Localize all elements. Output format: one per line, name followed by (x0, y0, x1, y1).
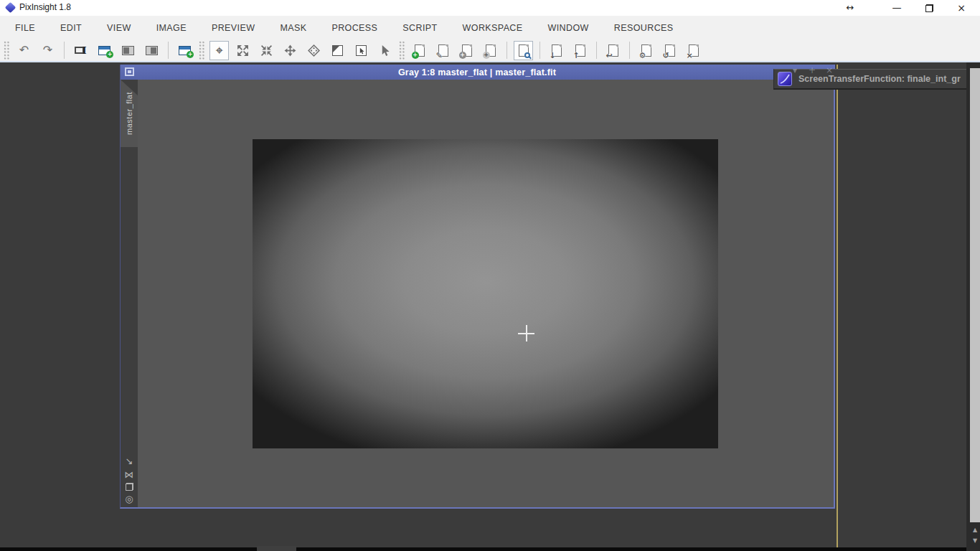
fit-window-icon[interactable]: ⋈ (125, 469, 134, 480)
restore-button[interactable] (917, 0, 941, 16)
image-canvas[interactable] (138, 80, 834, 507)
process-explorer-icon (519, 44, 529, 57)
restore-process-button[interactable]: ↩ (603, 41, 623, 60)
toolbar-drag-handle[interactable] (4, 41, 10, 60)
save-process-button[interactable]: ↓ (547, 41, 566, 60)
menu-edit[interactable]: EDIT (60, 23, 82, 33)
close-process-button[interactable]: × (684, 41, 703, 60)
image-window-body: master_flat ↘⋈◎ (121, 80, 834, 507)
reset-process-icon: ↺ (665, 44, 675, 57)
pan-view-button[interactable] (281, 41, 300, 60)
minimize-button[interactable]: — (885, 0, 909, 16)
process-explorer-button[interactable] (514, 41, 533, 60)
image-window-sidebar: master_flat ↘⋈◎ (121, 80, 138, 507)
toolbar-separator (507, 42, 507, 59)
dock-window-left-icon (122, 46, 134, 55)
navigate-view-button[interactable] (304, 41, 324, 60)
shrink-window-icon[interactable]: ↘ (126, 456, 133, 466)
new-image-window-icon: + (98, 46, 110, 55)
select-preview-button[interactable] (352, 41, 371, 60)
clone-process-button[interactable]: + (457, 41, 476, 60)
sidebar-icons: ↘⋈◎ (121, 456, 138, 504)
process-settings-button[interactable]: ⚙ (636, 41, 656, 60)
rename-view-icon-ibeam: I (82, 46, 86, 55)
app-title: PixInsight 1.8 (19, 2, 71, 12)
selection-pointer-button[interactable] (375, 41, 395, 60)
horizontal-scrollbar[interactable] (0, 547, 966, 551)
center-image-icon[interactable]: ◎ (125, 494, 133, 504)
menu-mask[interactable]: MASK (280, 23, 306, 33)
new-process-icon: + (415, 44, 425, 57)
toolbar-separator (540, 42, 540, 59)
vertical-scrollbar-thumb[interactable] (970, 68, 980, 522)
new-image-window-icon-badge: + (106, 51, 113, 58)
edit-process-button[interactable]: ✎ (433, 41, 453, 60)
close-button[interactable]: × (949, 0, 974, 16)
menu-workspace[interactable]: WORKSPACE (463, 23, 523, 33)
undo-icon: ↶ (19, 44, 29, 56)
toolbar-separator (168, 42, 169, 59)
load-process-button[interactable]: ↑ (570, 41, 590, 60)
scroll-down-button[interactable]: ▼ (970, 537, 980, 545)
undo-button[interactable]: ↶ (14, 41, 34, 60)
new-image-window-button[interactable]: + (95, 41, 114, 60)
menu-script[interactable]: SCRIPT (402, 23, 437, 33)
crosshair-cursor (518, 333, 534, 334)
vertical-scrollbar[interactable]: ▲ ▼ (966, 62, 980, 551)
menu-preview[interactable]: PREVIEW (212, 23, 255, 33)
new-process-button[interactable]: + (410, 41, 429, 60)
new-mask-button[interactable] (328, 41, 347, 60)
menu-file[interactable]: FILE (15, 23, 35, 33)
new-preview-icon: + (179, 46, 191, 55)
image-window[interactable]: Gray 1:8 master_flat | master_flat.fit m… (120, 65, 835, 509)
edit-process-icon: ✎ (438, 44, 448, 57)
track-view-button[interactable]: ⌖ (209, 41, 229, 60)
stf-expand-icon[interactable]: + (806, 65, 818, 75)
toolbar-drag-handle[interactable] (399, 41, 405, 60)
zoom-out-fit-button[interactable] (257, 41, 276, 60)
stf-window[interactable]: ScreenTransferFunction: finale_int_gr (773, 69, 980, 90)
track-view-icon: ⌖ (215, 44, 222, 57)
process-settings-icon: ⚙ (641, 44, 651, 57)
menu-view[interactable]: VIEW (107, 23, 131, 33)
menu-process[interactable]: PROCESS (331, 23, 377, 33)
redo-button[interactable]: ↷ (38, 41, 57, 60)
stf-close-icon[interactable]: × (824, 65, 835, 75)
restore-icon (925, 4, 933, 12)
horizontal-scrollbar-thumb[interactable] (257, 546, 296, 551)
scroll-up-button[interactable]: ▲ (970, 526, 980, 534)
image-window-system-icon[interactable] (125, 67, 134, 76)
menu-bar: FILEEDITVIEWIMAGEPREVIEWMASKPROCESSSCRIP… (0, 16, 980, 39)
menu-window[interactable]: WINDOW (548, 23, 589, 33)
dock-window-left-button[interactable] (118, 41, 138, 60)
restore-process-icon-badge: ↩ (606, 52, 613, 60)
rename-view-button[interactable]: I (71, 41, 90, 60)
menu-image[interactable]: IMAGE (156, 23, 187, 33)
toolbar-separator (629, 42, 630, 59)
reset-process-icon-badge: ↺ (663, 52, 669, 60)
redo-icon: ↷ (43, 44, 52, 56)
reset-process-button[interactable]: ↺ (660, 41, 679, 60)
zoom-to-fit-button[interactable] (233, 41, 253, 60)
workspace-guide-line (837, 65, 838, 551)
stf-window-title: ScreenTransferFunction: finale_int_gr (798, 74, 961, 84)
process-settings-icon-badge: ⚙ (639, 52, 646, 60)
dock-window-right-button[interactable] (142, 41, 161, 60)
title-bar: PixInsight 1.8 ↔ — × (0, 0, 980, 16)
toolbar-drag-handle[interactable] (199, 41, 205, 60)
new-preview-button[interactable]: + (175, 41, 194, 60)
master-flat-image[interactable] (253, 139, 718, 448)
stf-shade-icon[interactable]: ▾ (789, 65, 801, 75)
add-process-icon: + (486, 44, 496, 57)
menu-resources[interactable]: RESOURCES (614, 23, 674, 33)
toolbar-separator (596, 42, 597, 59)
clone-process-icon-badge: + (459, 52, 466, 59)
dock-window-right-icon (146, 46, 158, 55)
span-windows-button[interactable]: ↔ (838, 0, 862, 16)
load-process-icon-badge: ↑ (573, 52, 580, 60)
duplicate-window-icon[interactable] (126, 483, 133, 491)
add-process-button[interactable]: + (481, 41, 500, 60)
view-tab-master-flat[interactable]: master_flat (121, 80, 138, 147)
view-tab-label: master_flat (125, 92, 133, 135)
image-window-titlebar[interactable]: Gray 1:8 master_flat | master_flat.fit (121, 65, 834, 80)
